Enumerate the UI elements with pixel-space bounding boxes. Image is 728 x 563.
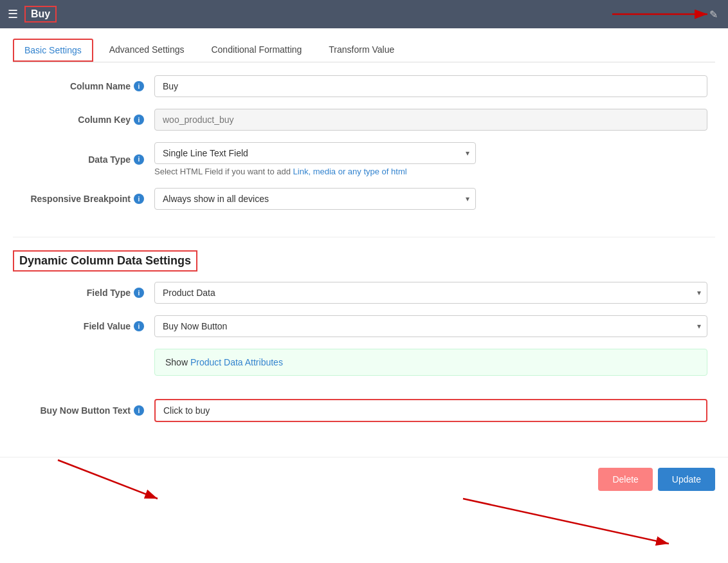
column-name-row: Column Name i xyxy=(13,75,715,97)
dynamic-section-header: Dynamic Column Data Settings xyxy=(13,250,197,272)
product-data-prefix: Show xyxy=(165,357,190,367)
column-key-control xyxy=(154,109,707,131)
product-data-box-row: Show Product Data Attributes xyxy=(13,349,715,387)
product-data-attributes-box: Show Product Data Attributes xyxy=(154,349,707,376)
field-value-row: Field Value i Buy Now Button Product Tit… xyxy=(13,315,715,337)
topbar-arrow-decoration xyxy=(599,0,728,28)
field-value-select-wrapper: Buy Now Button Product Title Product Pri… xyxy=(154,315,707,337)
data-type-info-icon[interactable]: i xyxy=(134,154,144,165)
field-value-control: Buy Now Button Product Title Product Pri… xyxy=(154,315,707,337)
responsive-breakpoint-info-icon[interactable]: i xyxy=(134,194,144,204)
column-key-input xyxy=(154,109,707,131)
column-key-info-icon[interactable]: i xyxy=(134,115,144,125)
field-type-info-icon[interactable]: i xyxy=(134,288,144,298)
column-name-control xyxy=(154,75,707,97)
buy-now-button-text-label: Buy Now Button Text i xyxy=(13,405,154,416)
field-value-info-icon[interactable]: i xyxy=(134,321,144,331)
tab-basic-settings[interactable]: Basic Settings xyxy=(13,39,93,62)
column-key-label: Column Key i xyxy=(13,115,154,125)
menu-icon[interactable]: ☰ xyxy=(8,7,18,21)
buy-now-button-text-control xyxy=(154,399,707,422)
svg-line-5 xyxy=(463,499,669,544)
field-type-select-wrapper: Product Data Custom Field Taxonomy ▾ xyxy=(154,282,707,304)
update-button[interactable]: Update xyxy=(658,468,715,491)
tabs-container: Basic Settings Advanced Settings Conditi… xyxy=(13,28,715,62)
responsive-select-wrapper: Always show in all devices Hide on mobil… xyxy=(154,188,476,210)
product-data-control: Show Product Data Attributes xyxy=(154,349,707,387)
delete-button[interactable]: Delete xyxy=(598,468,652,491)
section-divider xyxy=(13,237,715,237)
action-bar: Delete Update xyxy=(0,457,728,501)
dynamic-section: Dynamic Column Data Settings Field Type … xyxy=(13,250,715,444)
edit-icon[interactable]: ✎ xyxy=(709,8,718,21)
data-type-hint: Select HTML Field if you want to add Lin… xyxy=(154,167,707,176)
field-type-row: Field Type i Product Data Custom Field T… xyxy=(13,282,715,304)
responsive-breakpoint-row: Responsive Breakpoint i Always show in a… xyxy=(13,188,715,210)
buy-now-info-icon[interactable]: i xyxy=(134,405,144,416)
buy-now-input-wrapper xyxy=(154,399,707,422)
field-type-select[interactable]: Product Data Custom Field Taxonomy xyxy=(154,282,707,304)
data-type-select[interactable]: Single Line Text Field Multi Line Text F… xyxy=(154,142,476,164)
tab-transform-value[interactable]: Transform Value xyxy=(318,39,405,62)
tab-advanced-settings[interactable]: Advanced Settings xyxy=(98,39,196,62)
topbar-title: Buy xyxy=(24,6,57,23)
responsive-breakpoint-label: Responsive Breakpoint i xyxy=(13,194,154,204)
responsive-breakpoint-control: Always show in all devices Hide on mobil… xyxy=(154,188,707,210)
tab-conditional-formatting[interactable]: Conditional Formatting xyxy=(200,39,313,62)
product-data-highlight: Product Data Attributes xyxy=(190,357,283,367)
buy-now-button-text-row: Buy Now Button Text i xyxy=(13,399,715,422)
data-type-row: Data Type i Single Line Text Field Multi… xyxy=(13,142,715,176)
main-content: Basic Settings Advanced Settings Conditi… xyxy=(0,28,728,457)
field-value-select[interactable]: Buy Now Button Product Title Product Pri… xyxy=(154,315,707,337)
data-type-select-wrapper: Single Line Text Field Multi Line Text F… xyxy=(154,142,476,164)
buy-now-button-text-input[interactable] xyxy=(156,400,706,421)
data-type-label: Data Type i xyxy=(13,154,154,165)
field-value-label: Field Value i xyxy=(13,321,154,331)
topbar: ☰ Buy ✎ xyxy=(0,0,728,28)
column-name-input[interactable] xyxy=(154,75,707,97)
field-type-label: Field Type i xyxy=(13,288,154,298)
data-type-control: Single Line Text Field Multi Line Text F… xyxy=(154,142,707,176)
field-type-control: Product Data Custom Field Taxonomy ▾ xyxy=(154,282,707,304)
basic-settings-form: Column Name i Column Key i xyxy=(13,75,715,232)
column-name-info-icon[interactable]: i xyxy=(134,81,144,91)
column-key-row: Column Key i xyxy=(13,109,715,131)
column-name-label: Column Name i xyxy=(13,81,154,91)
responsive-breakpoint-select[interactable]: Always show in all devices Hide on mobil… xyxy=(154,188,476,210)
